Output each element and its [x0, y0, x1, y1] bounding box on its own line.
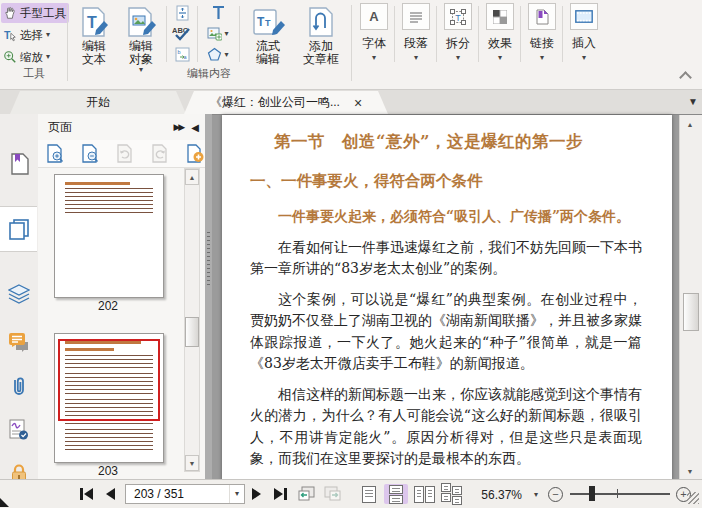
paragraph-button[interactable]: 段落 ▾ — [398, 3, 434, 62]
scrollbar-thumb[interactable] — [185, 317, 199, 347]
add-text-icon[interactable] — [211, 4, 226, 21]
select-dropdown-caret[interactable]: ▾ — [46, 31, 50, 39]
effect-caret[interactable]: ▾ — [498, 54, 502, 62]
spellcheck-icon[interactable]: ABC — [172, 25, 192, 42]
link-caret[interactable]: ▾ — [540, 54, 544, 62]
lead-paragraph: 一件事要火起来，必须符合“吸引人、广传播”两个条件。 — [250, 206, 642, 228]
hand-icon — [3, 6, 17, 20]
paragraph-caret[interactable]: ▾ — [414, 54, 418, 62]
expand-panel-icon[interactable]: ▶▶ — [173, 122, 183, 132]
merge-split-text-icon[interactable] — [175, 4, 190, 21]
doc-scroll-down-icon[interactable]: ▼ — [683, 464, 697, 479]
comments-panel-button[interactable] — [0, 320, 37, 364]
split-button[interactable]: T 拆分 ▾ — [440, 3, 476, 62]
zoom-tool-button[interactable]: 缩放 ▾ — [1, 47, 69, 67]
add-shape-icon[interactable]: ▾ — [207, 46, 228, 63]
collapse-panel-icon[interactable]: ◀ — [191, 122, 199, 133]
split-caret[interactable]: ▾ — [456, 54, 460, 62]
corner-expander-icon[interactable] — [0, 498, 9, 507]
page-dropdown-caret[interactable]: ▾ — [229, 485, 244, 503]
add-image-caret[interactable]: ▾ — [224, 30, 228, 38]
close-tab-icon[interactable]: × — [354, 96, 362, 110]
thumbnail-page-203[interactable] — [54, 333, 164, 463]
insert-caret[interactable]: ▾ — [582, 54, 586, 62]
zoom-level-value[interactable]: 56.37% — [466, 488, 522, 502]
thumb-202-label: 202 — [54, 299, 162, 313]
section-heading: 第一节 创造“意外”，这是爆红的第一步 — [274, 131, 642, 153]
link-button[interactable]: 链接 ▾ — [524, 3, 560, 62]
svg-text:T: T — [87, 14, 97, 31]
add-shape-caret[interactable]: ▾ — [224, 51, 228, 59]
link-icon — [528, 3, 556, 30]
signatures-panel-button[interactable] — [0, 408, 37, 452]
svg-text:T: T — [257, 15, 265, 29]
scroll-down-icon[interactable]: ▼ — [185, 455, 199, 471]
rotate-right-icon[interactable] — [151, 144, 169, 163]
zoom-slider-thumb[interactable] — [589, 486, 595, 501]
edit-text-label: 编辑 文本 — [82, 40, 106, 66]
zoom-dropdown-caret[interactable]: ▾ — [46, 53, 50, 61]
continuous-view-button[interactable] — [384, 484, 408, 504]
tab-document[interactable]: 《爆红：创业公司一鸣... × — [184, 91, 388, 114]
previous-view-icon — [298, 486, 315, 501]
edit-content-group-label: 编辑内容 — [70, 66, 348, 81]
tab-list-dropdown-icon[interactable]: ▼ — [688, 96, 698, 107]
single-page-view-button[interactable] — [357, 484, 381, 504]
pages-panel-button[interactable] — [0, 206, 37, 252]
continuous-facing-view-button[interactable] — [439, 484, 463, 504]
previous-page-button[interactable] — [106, 487, 115, 501]
add-image-icon[interactable]: ▾ — [207, 25, 228, 42]
main-area: 页面 ▶▶ ◀ 202 — [0, 114, 702, 480]
pdf-page[interactable]: 第一节 创造“意外”，这是爆红的第一步 一、一件事要火，得符合两个条件 一件事要… — [222, 115, 672, 481]
thumbnail-page-202[interactable] — [54, 174, 164, 298]
previous-view-button[interactable] — [298, 486, 315, 500]
comments-icon — [8, 332, 30, 352]
first-page-button[interactable] — [80, 487, 93, 501]
insert-button[interactable]: 插入 ▾ — [566, 3, 602, 62]
next-page-button[interactable] — [252, 487, 261, 501]
zoom-slider-track[interactable] — [570, 493, 670, 495]
previous-page-icon — [106, 488, 115, 500]
next-view-button[interactable] — [324, 486, 341, 500]
edit-object-label: 编辑 对象 — [129, 40, 153, 66]
effect-button[interactable]: 效果 ▾ — [482, 3, 518, 62]
select-tool-button[interactable]: T 选择 ▾ — [1, 25, 69, 45]
collapse-ribbon-icon[interactable] — [681, 70, 690, 79]
status-bar: 203 / 351 ▾ 56.37% ▾ − + — [0, 479, 702, 508]
font-button[interactable]: A 字体 ▾ — [356, 3, 392, 62]
facing-view-button[interactable] — [412, 484, 436, 504]
document-tab-bar: 开始 《爆红：创业公司一鸣... × ▼ — [0, 90, 702, 115]
doc-scrollbar-thumb[interactable] — [683, 293, 699, 331]
reflow-edit-icon: TT — [251, 2, 285, 38]
window-resize-grip[interactable] — [687, 492, 699, 504]
zoom-out-button[interactable]: − — [548, 487, 563, 502]
paragraph-3: 相信这样的新闻标题一出来，你应该就能感觉到这个事情有火的潜力，为什么？有人可能会… — [250, 384, 642, 470]
reduce-thumbnails-icon[interactable] — [81, 144, 99, 163]
layers-icon — [8, 284, 30, 304]
tab-document-label: 《爆红：创业公司一鸣... — [210, 94, 340, 111]
magnifier-icon — [3, 50, 17, 64]
attachments-panel-button[interactable] — [0, 364, 37, 408]
last-page-button[interactable] — [274, 487, 287, 501]
hand-tool-button[interactable]: 手型工具 — [1, 3, 69, 23]
splitter-handle — [207, 232, 210, 288]
svg-text:T: T — [4, 29, 11, 41]
rotate-left-icon[interactable] — [116, 144, 134, 163]
page-number-input[interactable]: 203 / 351 ▾ — [125, 484, 245, 504]
bookmarks-panel-button[interactable] — [0, 142, 37, 186]
font-caret[interactable]: ▾ — [372, 54, 376, 62]
thumbnails-list: 202 203 — [38, 168, 205, 480]
thumbnails-scrollbar[interactable]: ▲ ▼ — [184, 168, 200, 472]
document-scrollbar[interactable]: ▲ ▼ — [679, 115, 702, 481]
svg-text:T: T — [455, 12, 461, 22]
new-page-icon[interactable] — [186, 144, 204, 163]
scroll-up-icon[interactable]: ▲ — [185, 169, 199, 185]
panel-splitter[interactable] — [205, 114, 212, 480]
link-text-boxes-icon[interactable]: ba — [175, 46, 190, 63]
tab-start[interactable]: 开始 — [10, 91, 186, 114]
layers-panel-button[interactable] — [0, 272, 37, 316]
enlarge-thumbnails-icon[interactable] — [46, 144, 64, 163]
ribbon-toolbar: 手型工具 T 选择 ▾ 缩放 ▾ 工具 T 编辑 文本 编辑 对象 ▾ ABC … — [0, 0, 702, 90]
doc-scroll-up-icon[interactable]: ▲ — [683, 117, 697, 132]
zoom-dropdown-caret-status[interactable]: ▾ — [534, 491, 538, 499]
